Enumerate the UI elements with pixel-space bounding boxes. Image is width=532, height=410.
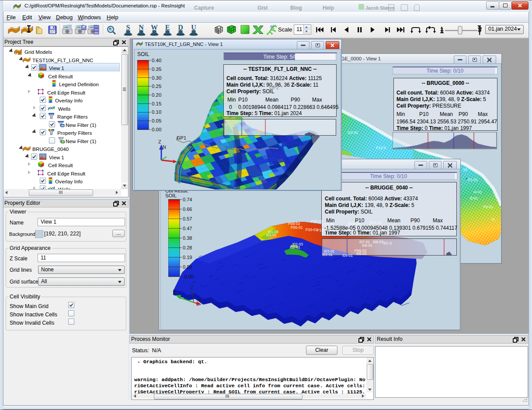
svg-text:Z: Z bbox=[158, 140, 161, 144]
svg-text:N: N bbox=[173, 289, 177, 294]
svg-text:Z: Z bbox=[191, 285, 194, 290]
svg-text:I4-01: I4-01 bbox=[473, 190, 482, 194]
svg-text:E: E bbox=[198, 297, 202, 302]
svg-text:N: N bbox=[163, 144, 166, 150]
svg-text:01: 01 bbox=[463, 168, 468, 172]
svg-text:E: E bbox=[178, 160, 181, 165]
svg-text:P6-01: P6-01 bbox=[483, 205, 493, 209]
svg-text:P12-0: P12-0 bbox=[376, 146, 386, 150]
svg-text:I10-01: I10-01 bbox=[348, 130, 358, 135]
svg-text:P1-01: P1-01 bbox=[468, 178, 478, 182]
svg-text:I1: I1 bbox=[492, 217, 495, 221]
svg-text:B-01: B-01 bbox=[470, 196, 478, 200]
